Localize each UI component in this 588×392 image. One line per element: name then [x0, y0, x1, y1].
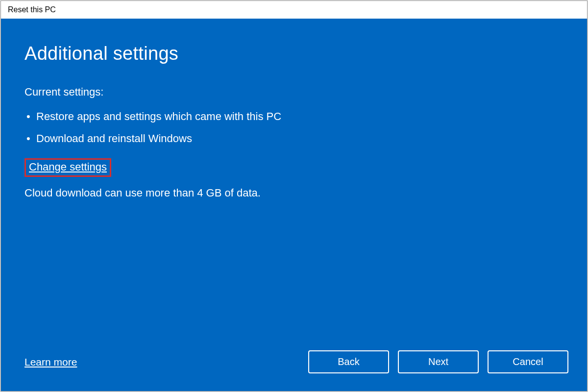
- settings-list: Restore apps and settings which came wit…: [24, 105, 564, 149]
- learn-more-link[interactable]: Learn more: [24, 356, 77, 368]
- button-row: Back Next Cancel: [308, 350, 568, 373]
- list-item: Restore apps and settings which came wit…: [24, 105, 564, 127]
- titlebar: Reset this PC: [1, 1, 587, 19]
- dialog-content: Additional settings Current settings: Re…: [1, 19, 587, 391]
- cancel-button[interactable]: Cancel: [488, 350, 568, 373]
- change-settings-link[interactable]: Change settings: [29, 161, 107, 173]
- cloud-download-note: Cloud download can use more than 4 GB of…: [24, 187, 564, 199]
- page-title: Additional settings: [24, 43, 564, 64]
- back-button[interactable]: Back: [308, 350, 389, 373]
- window-title: Reset this PC: [8, 5, 56, 14]
- reset-pc-dialog: Reset this PC Additional settings Curren…: [0, 0, 588, 392]
- list-item: Download and reinstall Windows: [24, 127, 564, 149]
- next-button[interactable]: Next: [398, 350, 479, 373]
- annotation-highlight-box: Change settings: [24, 158, 111, 177]
- dialog-footer: Learn more Back Next Cancel: [24, 350, 568, 373]
- current-settings-label: Current settings:: [24, 86, 564, 98]
